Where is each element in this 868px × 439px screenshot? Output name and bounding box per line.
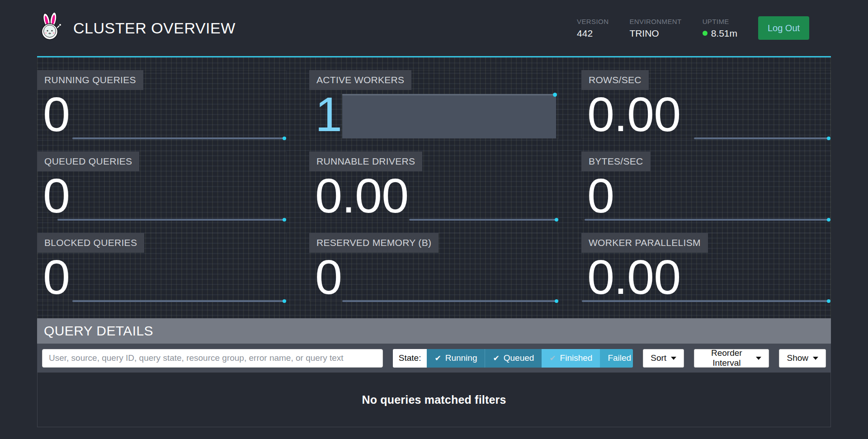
- brand: CLUSTER OVERVIEW: [37, 13, 236, 43]
- sparkline: [342, 300, 558, 302]
- environment-stat: ENVIRONMENT TRINO: [629, 18, 681, 39]
- stat-card-worker-parallelism: WORKER PARALLELISM 0.00: [581, 233, 831, 302]
- sparkline-area: [342, 94, 557, 138]
- uptime-status-dot-icon: [703, 31, 708, 36]
- stat-card-runnable-drivers: RUNNABLE DRIVERS 0.00: [309, 151, 559, 220]
- uptime-label: UPTIME: [703, 18, 737, 25]
- show-label: Show: [787, 353, 808, 363]
- header-right: VERSION 442 ENVIRONMENT TRINO UPTIME 8.5…: [577, 16, 809, 40]
- stat-card-bytes-per-sec: BYTES/SEC 0: [581, 151, 831, 220]
- reorder-interval-dropdown-button[interactable]: Reorder Interval: [694, 349, 769, 368]
- sparkline: [409, 219, 557, 221]
- stat-value: 0.00: [587, 92, 680, 137]
- chevron-down-icon: [813, 357, 818, 360]
- stat-value: 1: [315, 92, 342, 137]
- environment-label: ENVIRONMENT: [629, 18, 681, 25]
- page-container: CLUSTER OVERVIEW VERSION 442 ENVIRONMENT…: [37, 0, 831, 427]
- empty-results-message: No queries matched filters: [362, 393, 506, 406]
- stat-card-rows-per-sec: ROWS/SEC 0.00: [581, 70, 831, 139]
- stat-value: 0: [43, 173, 70, 218]
- toolbar-right-group: Sort Reorder Interval Show: [643, 349, 826, 368]
- state-filter-group: State: ✔ Running ✔ Queued ✔ Finished Fai…: [393, 349, 633, 368]
- stat-card-reserved-memory: RESERVED MEMORY (B) 0: [309, 233, 559, 302]
- state-button-label: Queued: [504, 353, 534, 363]
- query-details-title: QUERY DETAILS: [37, 318, 831, 344]
- version-stat: VERSION 442: [577, 18, 609, 39]
- sparkline: [57, 219, 285, 221]
- sparkline: [694, 137, 830, 139]
- stat-value: 0: [43, 255, 70, 299]
- stat-value: 0: [587, 173, 614, 218]
- sort-label: Sort: [651, 353, 666, 363]
- state-filter-failed-dropdown[interactable]: Failed: [600, 349, 633, 368]
- state-filter-running-button[interactable]: ✔ Running: [427, 349, 485, 368]
- stat-value: 0.00: [315, 173, 408, 218]
- uptime-stat: UPTIME 8.51m: [703, 18, 737, 39]
- state-button-label: Failed: [608, 353, 631, 363]
- chevron-down-icon: [756, 357, 761, 360]
- logout-button[interactable]: Log Out: [758, 16, 809, 40]
- uptime-value-wrap: 8.51m: [703, 28, 737, 39]
- query-search-input[interactable]: [42, 349, 383, 368]
- page-title: CLUSTER OVERVIEW: [73, 19, 236, 37]
- stat-card-blocked-queries: BLOCKED QUERIES 0: [37, 233, 287, 302]
- app-header: CLUSTER OVERVIEW VERSION 442 ENVIRONMENT…: [37, 0, 831, 57]
- check-icon: ✔: [549, 354, 556, 363]
- query-results-panel: No queries matched filters: [37, 373, 831, 427]
- stat-value: 0: [43, 92, 70, 137]
- check-icon: ✔: [434, 354, 441, 363]
- sort-dropdown-button[interactable]: Sort: [643, 349, 684, 368]
- trino-bunny-logo-icon: [37, 13, 63, 43]
- chevron-down-icon: [671, 357, 676, 360]
- query-filter-toolbar: State: ✔ Running ✔ Queued ✔ Finished Fai…: [37, 344, 831, 373]
- sparkline: [582, 300, 830, 302]
- show-dropdown-button[interactable]: Show: [779, 349, 826, 368]
- version-value: 442: [577, 28, 609, 39]
- cluster-stats-grid: RUNNING QUERIES 0 ACTIVE WORKERS 1 ROWS/…: [37, 57, 831, 318]
- state-button-label: Running: [445, 353, 477, 363]
- state-button-label: Finished: [560, 353, 593, 363]
- reorder-interval-label: Reorder Interval: [702, 348, 751, 368]
- stat-card-running-queries: RUNNING QUERIES 0: [37, 70, 287, 139]
- stat-value: 0: [315, 255, 342, 299]
- stat-card-queued-queries: QUEUED QUERIES 0: [37, 151, 287, 220]
- stat-value: 0.00: [587, 255, 680, 299]
- sparkline: [72, 300, 285, 302]
- state-filter-queued-button[interactable]: ✔ Queued: [485, 349, 542, 368]
- sparkline: [585, 219, 830, 221]
- state-filter-finished-button[interactable]: ✔ Finished: [542, 349, 600, 368]
- environment-value: TRINO: [629, 28, 681, 39]
- stat-card-active-workers: ACTIVE WORKERS 1: [309, 70, 559, 139]
- sparkline: [72, 137, 285, 139]
- check-icon: ✔: [493, 354, 499, 363]
- state-filter-label: State:: [393, 349, 427, 368]
- version-label: VERSION: [577, 18, 609, 25]
- uptime-value: 8.51m: [711, 28, 737, 39]
